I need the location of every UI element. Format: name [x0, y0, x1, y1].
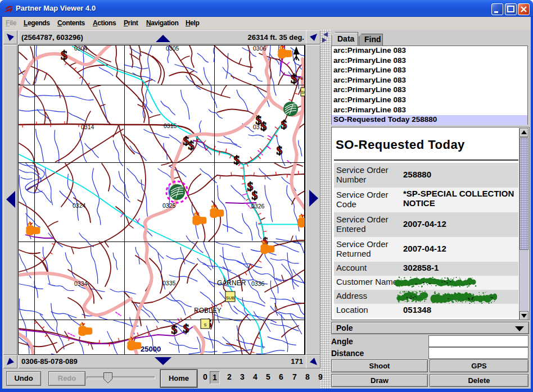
svg-text:25000: 25000: [141, 345, 161, 353]
svg-text:0304: 0304: [74, 45, 88, 52]
svg-text:0334: 0334: [74, 280, 88, 287]
svg-text:0305: 0305: [166, 45, 179, 52]
svg-text:S: S: [204, 322, 206, 327]
svg-text:0325: 0325: [162, 202, 176, 209]
svg-text:0315: 0315: [164, 122, 177, 129]
svg-text:$: $: [234, 153, 240, 167]
svg-text:GARNER: GARNER: [217, 279, 246, 287]
svg-text:$: $: [252, 188, 258, 202]
svg-text:TS: TS: [297, 76, 303, 81]
svg-text:$: $: [61, 48, 67, 62]
svg-text:SU: SU: [301, 90, 305, 95]
svg-text:0306: 0306: [253, 45, 266, 52]
svg-text:$: $: [171, 322, 178, 336]
svg-text:$: $: [281, 117, 287, 131]
svg-text:$: $: [261, 119, 267, 133]
svg-text:0314: 0314: [81, 124, 94, 130]
svg-text:$: $: [291, 71, 297, 86]
svg-text:$: $: [188, 138, 195, 152]
svg-text:$: $: [277, 143, 283, 157]
svg-text:0326: 0326: [251, 203, 265, 209]
svg-text:ROBLEY: ROBLEY: [194, 307, 222, 314]
svg-text:0336: 0336: [251, 280, 265, 287]
svg-text:0324: 0324: [73, 202, 86, 209]
svg-text:$: $: [183, 321, 189, 335]
svg-text:0335: 0335: [162, 280, 176, 286]
svg-text:SUB: SUB: [226, 295, 234, 300]
